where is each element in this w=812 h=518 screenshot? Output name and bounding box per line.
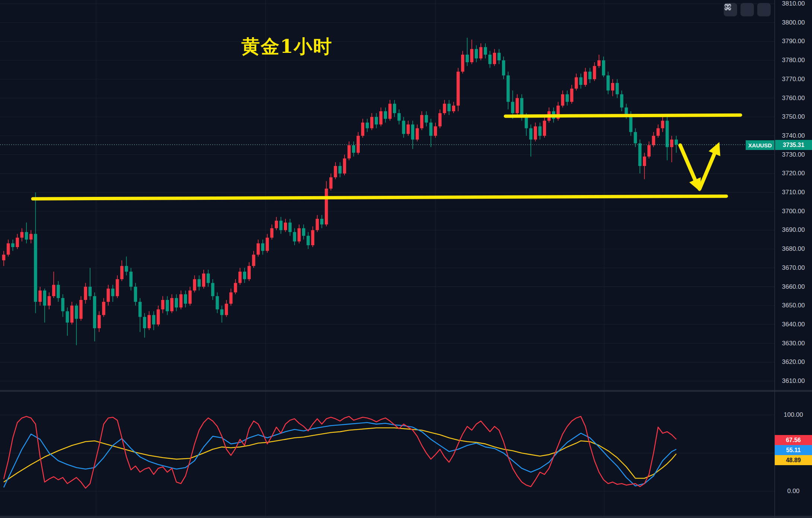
candle-body — [188, 291, 192, 304]
candle-body — [102, 302, 105, 315]
candle-body — [220, 309, 223, 315]
oscillator-tick-label: 0.00 — [775, 487, 812, 495]
candle-body — [511, 102, 514, 113]
oscillator-fast-value-label: 67.56 — [775, 435, 812, 445]
candle-body — [316, 219, 319, 230]
candle-body — [197, 279, 201, 287]
candle-body — [161, 300, 165, 309]
trend-arrow-down-drawing[interactable] — [680, 145, 698, 187]
candle-body — [561, 94, 564, 105]
candle-body — [375, 117, 378, 124]
candle-body — [339, 166, 342, 173]
last-price-axis-label: 3735.31 — [775, 140, 812, 150]
candle-body — [584, 72, 587, 85]
candle-body — [634, 132, 637, 143]
candle-body — [379, 111, 383, 124]
candle-body — [475, 49, 478, 58]
candle-body — [125, 266, 128, 272]
candle-body — [570, 89, 574, 102]
chart-title-text-drawing[interactable]: 黄金1小时 — [241, 34, 333, 59]
price-tick-label: 3710.00 — [775, 189, 812, 196]
support-line-drawing[interactable] — [33, 196, 726, 199]
drawings-layer[interactable] — [33, 0, 775, 518]
chart-toolbar — [724, 3, 771, 16]
candle-body — [388, 104, 392, 119]
price-tick-label: 3800.00 — [775, 19, 812, 26]
candle-body — [139, 302, 142, 317]
candle-body — [107, 289, 110, 302]
oscillator-mid-value-label: 55.11 — [775, 445, 812, 455]
candle-body — [148, 315, 151, 328]
candles-layer — [0, 38, 775, 345]
candle-body — [575, 77, 578, 89]
price-tick-label: 3730.00 — [775, 151, 812, 159]
candle-body — [457, 72, 460, 106]
price-tick-label: 3640.00 — [775, 321, 812, 328]
candle-body — [670, 140, 673, 147]
candle-body — [293, 232, 296, 241]
candle-body — [229, 292, 233, 304]
price-tick-label: 3780.00 — [775, 57, 812, 64]
candle-body — [57, 285, 60, 298]
candle-body — [84, 287, 87, 300]
candle-body — [166, 300, 169, 311]
candle-body — [120, 266, 124, 279]
candle-body — [452, 106, 456, 111]
candle-body — [20, 232, 24, 237]
candle-body — [134, 287, 137, 302]
candle-body — [461, 55, 464, 72]
trend-arrow-up-drawing[interactable] — [700, 147, 717, 189]
candle-body — [116, 279, 119, 296]
candle-body — [38, 291, 42, 302]
collapse-pane-button[interactable] — [740, 3, 754, 16]
candle-body — [597, 60, 601, 66]
candle-body — [516, 98, 519, 113]
candle-body — [629, 115, 632, 132]
candle-body — [366, 122, 369, 128]
resistance-line-drawing[interactable] — [505, 115, 740, 116]
price-tick-label: 3770.00 — [775, 76, 812, 83]
candle-body — [279, 221, 283, 230]
candle-body — [484, 47, 487, 55]
fullscreen-pane-button[interactable] — [757, 3, 771, 16]
stoch-fast-line — [4, 416, 676, 488]
candle-body — [180, 294, 183, 307]
price-tick-label: 3670.00 — [775, 264, 812, 272]
candle-body — [661, 121, 664, 128]
candle-body — [302, 228, 305, 236]
pane-divider[interactable] — [0, 390, 812, 392]
candle-body — [298, 228, 301, 241]
price-tick-label: 3750.00 — [775, 113, 812, 121]
trading-chart-window: 黄金1小时 3810.003800.003790.003780.003770.0… — [0, 0, 812, 518]
candle-body — [52, 285, 55, 296]
candle-body — [643, 157, 646, 166]
candle-body — [384, 111, 387, 119]
candle-body — [498, 53, 501, 60]
candle-body — [529, 128, 533, 140]
candle-body — [411, 124, 415, 140]
candle-body — [488, 55, 492, 64]
price-tick-label: 3810.00 — [775, 0, 812, 7]
price-tick-label: 3690.00 — [775, 226, 812, 234]
candle-body — [443, 104, 446, 113]
stoch-mid-line — [4, 423, 676, 487]
price-tick-label: 3630.00 — [775, 340, 812, 347]
pane-chrome-layer — [0, 390, 812, 518]
candle-body — [257, 243, 260, 255]
candle-body — [66, 311, 69, 322]
candle-body — [334, 166, 337, 177]
candle-body — [470, 49, 473, 62]
candle-body — [647, 145, 651, 156]
candle-body — [29, 234, 33, 240]
price-tick-label: 3740.00 — [775, 132, 812, 140]
candle-body — [288, 223, 292, 232]
candle-body — [79, 300, 83, 319]
price-tick-label: 3790.00 — [775, 38, 812, 45]
candle-body — [48, 296, 51, 306]
price-tick-label: 3680.00 — [775, 245, 812, 253]
candle-body — [25, 232, 28, 239]
symbol-price-flag: XAUUSD — [746, 140, 774, 150]
chart-canvas[interactable] — [0, 0, 812, 518]
candle-body — [16, 238, 19, 247]
price-tick-label: 3720.00 — [775, 170, 812, 177]
